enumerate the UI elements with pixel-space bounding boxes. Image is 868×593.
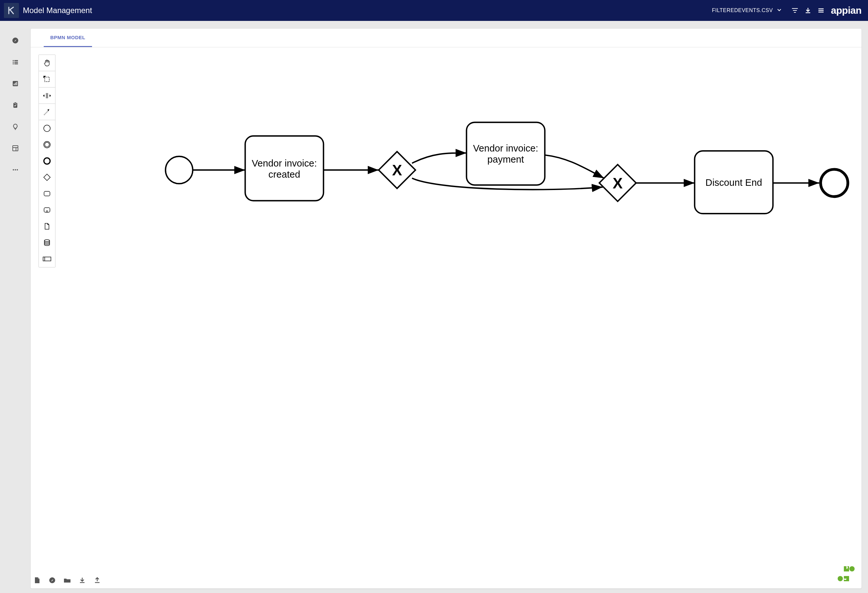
svg-rect-10 (16, 82, 17, 85)
svg-rect-8 (14, 84, 15, 85)
folder-button[interactable] (63, 576, 71, 584)
gateway-2-marker: X (613, 175, 623, 192)
nav-dashboard[interactable] (12, 144, 19, 152)
file-icon (34, 577, 40, 584)
task-created-label: Vendor invoice: created (245, 136, 323, 201)
canvas-area[interactable]: Vendor invoice: created X (31, 47, 862, 572)
file-selector-label: FILTEREDEVENTS.CSV (712, 7, 773, 13)
svg-rect-6 (14, 64, 18, 64)
filter-button[interactable] (788, 4, 802, 17)
folder-icon (63, 577, 71, 584)
explore-button[interactable] (48, 576, 56, 584)
start-event[interactable] (165, 157, 192, 183)
svg-point-32 (849, 566, 855, 571)
svg-rect-13 (13, 146, 18, 151)
compass-icon (49, 577, 56, 584)
upload-file-button[interactable] (93, 576, 101, 584)
dashboard-icon (12, 145, 19, 152)
bpmn-io-logo (837, 566, 855, 582)
end-event[interactable] (821, 170, 848, 197)
file-selector[interactable]: FILTEREDEVENTS.CSV (712, 7, 782, 14)
task-payment-label: Vendor invoice: payment (466, 123, 545, 185)
flow-gateway1-payment[interactable] (412, 153, 466, 163)
nav-list[interactable] (12, 58, 19, 66)
download-file-button[interactable] (78, 576, 86, 584)
bottom-toolbar (31, 572, 862, 589)
list-icon (12, 58, 19, 66)
nav-explore[interactable] (12, 37, 19, 44)
tab-bpmn-model[interactable]: BPMN MODEL (44, 29, 92, 47)
new-file-button[interactable] (33, 576, 41, 584)
logo-k-icon (7, 6, 16, 15)
svg-point-18 (17, 169, 18, 170)
nav-analytics[interactable] (12, 80, 19, 87)
svg-point-17 (15, 169, 16, 170)
svg-rect-2 (14, 60, 18, 61)
svg-rect-12 (14, 102, 16, 104)
page-title: Model Management (23, 6, 92, 15)
flow-payment-gateway2[interactable] (545, 155, 604, 178)
model-card: BPMN MODEL (31, 29, 862, 589)
nav-tasks[interactable] (12, 101, 19, 109)
nav-more[interactable] (12, 166, 19, 174)
download-icon (805, 7, 812, 14)
app-header: Model Management FILTEREDEVENTS.CSV appi… (0, 0, 868, 21)
clipboard-check-icon (12, 102, 19, 109)
svg-rect-3 (13, 62, 14, 63)
menu-button[interactable] (815, 4, 828, 17)
left-nav (0, 21, 31, 593)
svg-rect-9 (15, 83, 16, 85)
tab-bar: BPMN MODEL (31, 29, 862, 47)
svg-rect-4 (14, 62, 18, 63)
download-icon (79, 577, 86, 584)
nav-ideas[interactable] (12, 123, 19, 131)
hamburger-icon (818, 7, 825, 14)
task-discount-label: Discount End (695, 151, 773, 214)
more-horizontal-icon (12, 166, 19, 173)
svg-point-31 (838, 576, 843, 581)
lightbulb-icon (12, 123, 19, 130)
bar-chart-icon (12, 80, 19, 87)
brand-label: appian (831, 5, 862, 16)
bpmn-diagram: Vendor invoice: created X (31, 47, 862, 572)
svg-point-16 (13, 169, 14, 170)
filter-icon (791, 7, 799, 14)
download-button[interactable] (802, 4, 815, 17)
app-logo (4, 3, 19, 18)
svg-rect-1 (13, 60, 14, 61)
svg-rect-5 (13, 64, 14, 64)
compass-icon (12, 37, 19, 44)
gateway-1-marker: X (392, 162, 402, 179)
upload-icon (94, 577, 100, 584)
chevron-down-icon (776, 7, 782, 14)
